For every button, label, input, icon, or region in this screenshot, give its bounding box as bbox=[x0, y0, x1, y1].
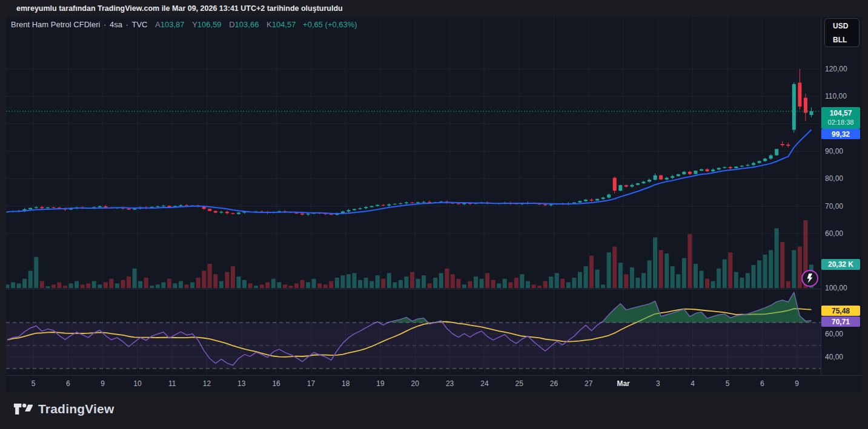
tradingview-logo[interactable]: TradingView bbox=[13, 401, 114, 417]
rsi-tick-label: 60,00 bbox=[825, 330, 843, 338]
open-label: A bbox=[155, 20, 161, 29]
tradingview-logo-icon bbox=[13, 401, 33, 417]
time-tick-label: 27 bbox=[585, 379, 592, 388]
open-value: 103,87 bbox=[161, 20, 185, 29]
time-tick-label: 5 bbox=[31, 379, 36, 388]
time-tick-label: 24 bbox=[480, 379, 488, 388]
ma-price-tag: 99,32 bbox=[821, 129, 860, 139]
time-tick-label: 5 bbox=[726, 379, 730, 388]
last-price-tag: 104,57 02:18:38 bbox=[821, 107, 860, 129]
time-tick-label: 25 bbox=[515, 379, 523, 388]
high-label: Y bbox=[192, 20, 197, 29]
currency-option-usd[interactable]: USD bbox=[825, 19, 859, 33]
rsi-value-tag: 70,71 bbox=[821, 316, 860, 327]
time-tick-label: 9 bbox=[101, 379, 105, 388]
low-label: D bbox=[229, 20, 234, 29]
unit-selector[interactable]: USD BLL bbox=[824, 18, 860, 47]
lightning-bolt-icon bbox=[806, 273, 814, 283]
rsi-tick-label: 100,00 bbox=[825, 284, 847, 292]
rsi-tick-label: 40,00 bbox=[825, 353, 843, 361]
volume-tag: 20,32 K bbox=[821, 259, 860, 270]
price-tick-label: 80,00 bbox=[825, 174, 843, 183]
price-tick-label: 70,00 bbox=[825, 202, 843, 211]
price-tick-label: 60,00 bbox=[825, 229, 843, 238]
last-price-value: 104,57 bbox=[830, 109, 852, 118]
price-tick-label: 90,00 bbox=[825, 147, 843, 156]
tradingview-logo-text: TradingView bbox=[38, 402, 114, 416]
symbol-legend: Brent Ham Petrol CFDleri · 4sa · TVC A10… bbox=[11, 20, 357, 29]
time-tick-month-label: Mar bbox=[617, 379, 629, 388]
unit-option-bll[interactable]: BLL bbox=[825, 33, 859, 47]
exchange-label: TVC bbox=[131, 20, 147, 29]
time-tick-label: 6 bbox=[66, 379, 70, 388]
time-tick-label: 10 bbox=[133, 379, 141, 388]
rsi-ma-tag: 75,48 bbox=[821, 306, 860, 316]
interval-label[interactable]: 4sa bbox=[110, 20, 122, 29]
bar-countdown: 02:18:38 bbox=[828, 118, 854, 127]
low-value: 103,66 bbox=[235, 20, 259, 29]
time-tick-label: 18 bbox=[342, 379, 350, 388]
time-tick-label: 26 bbox=[550, 379, 558, 388]
time-tick-label: 9 bbox=[795, 379, 799, 388]
time-tick-label: 17 bbox=[307, 379, 315, 388]
time-tick-label: 19 bbox=[376, 379, 384, 388]
time-tick-label: 13 bbox=[237, 379, 245, 388]
price-tick-label: 120,00 bbox=[825, 65, 847, 73]
time-tick-label: 3 bbox=[656, 379, 660, 388]
time-tick-label: 4 bbox=[691, 379, 695, 388]
close-label: K bbox=[267, 20, 272, 29]
time-tick-label: 20 bbox=[411, 379, 419, 388]
time-tick-label: 12 bbox=[203, 379, 211, 388]
change-value: +0,65 (+0,63%) bbox=[303, 20, 357, 29]
time-tick-label: 23 bbox=[446, 379, 454, 388]
high-value: 106,59 bbox=[197, 20, 222, 29]
symbol-title[interactable]: Brent Ham Petrol CFDleri bbox=[11, 20, 100, 29]
price-tick-label: 110,00 bbox=[825, 92, 847, 100]
realtime-lightning-icon[interactable] bbox=[801, 270, 818, 287]
price-chart-canvas[interactable] bbox=[0, 0, 868, 429]
time-tick-label: 11 bbox=[168, 379, 176, 388]
time-tick-label: 6 bbox=[760, 379, 764, 388]
time-tick-label: 16 bbox=[272, 379, 280, 388]
close-value: 104,57 bbox=[272, 20, 296, 29]
